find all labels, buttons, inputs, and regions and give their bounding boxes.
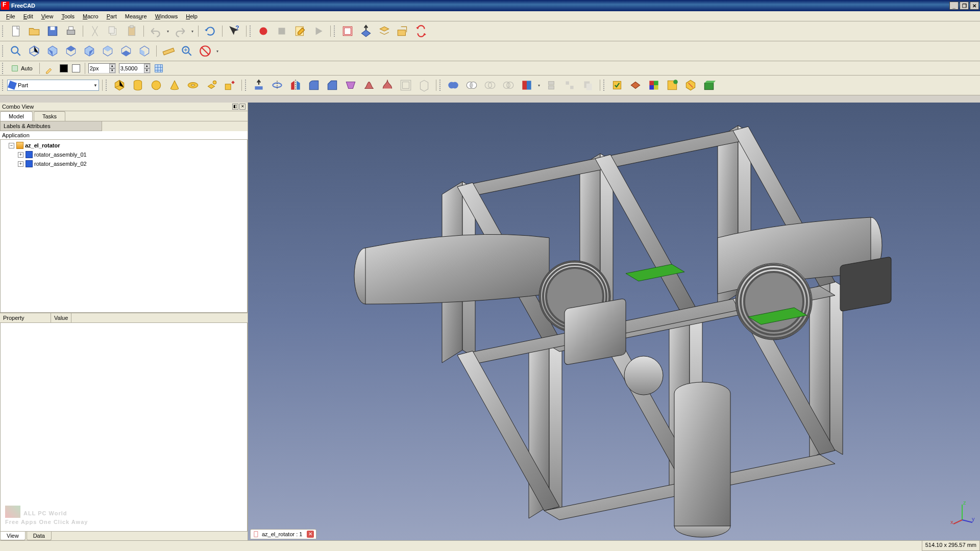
value-col-header[interactable]: Value bbox=[51, 313, 71, 322]
grid-snap-button[interactable] bbox=[152, 61, 166, 76]
labels-attributes-header[interactable]: Labels & Attributes bbox=[0, 121, 102, 131]
loft-button[interactable] bbox=[360, 77, 378, 94]
line-width-spinner[interactable]: ▲▼ bbox=[88, 63, 116, 73]
menu-file[interactable]: File bbox=[2, 12, 19, 20]
panel-float-button[interactable]: ◧ bbox=[232, 104, 238, 110]
property-grid[interactable] bbox=[0, 323, 248, 532]
panel-close-button[interactable]: ✕ bbox=[239, 104, 246, 110]
cut-button[interactable] bbox=[86, 22, 104, 40]
menu-help[interactable]: Help bbox=[182, 12, 202, 20]
view-top-button[interactable] bbox=[62, 42, 80, 60]
toolbar-grip[interactable] bbox=[2, 80, 5, 91]
check-geometry-button[interactable] bbox=[608, 77, 626, 94]
expand-toggle[interactable]: − bbox=[9, 143, 14, 148]
primitives-dialog-button[interactable] bbox=[203, 77, 220, 94]
measure-distance-button[interactable] bbox=[160, 42, 177, 60]
boolean-cut-button[interactable] bbox=[463, 77, 480, 94]
toolbar-grip[interactable] bbox=[250, 26, 253, 37]
offset-button[interactable] bbox=[397, 77, 414, 94]
save-button[interactable] bbox=[44, 22, 61, 40]
whats-this-button[interactable]: ? bbox=[226, 22, 243, 40]
expand-toggle[interactable]: + bbox=[18, 152, 23, 158]
menu-tools[interactable]: Tools bbox=[57, 12, 79, 20]
3d-viewport[interactable]: z x y az_el_rotator : 1 ✕ bbox=[248, 103, 980, 540]
primitive-cylinder-button[interactable] bbox=[129, 77, 146, 94]
toolbar-grip[interactable] bbox=[2, 45, 5, 57]
toolbar-grip[interactable] bbox=[2, 63, 5, 74]
sweep-button[interactable] bbox=[379, 77, 396, 94]
zoom-region-button[interactable] bbox=[178, 42, 195, 60]
toolbar-grip[interactable] bbox=[603, 80, 606, 91]
brush-value-spinner[interactable]: ▲▼ bbox=[119, 63, 151, 73]
drawstyle-dropdown[interactable] bbox=[215, 49, 220, 54]
toolbar-grip[interactable] bbox=[334, 26, 337, 37]
extrude-button[interactable] bbox=[250, 77, 267, 94]
toolbar-grip[interactable] bbox=[106, 80, 109, 91]
menu-view[interactable]: View bbox=[37, 12, 58, 20]
primitive-cube-button[interactable] bbox=[111, 77, 128, 94]
revolve-button[interactable] bbox=[268, 77, 286, 94]
menu-measure[interactable]: Measure bbox=[121, 12, 151, 20]
view-bottom-button[interactable] bbox=[117, 42, 135, 60]
reorient-button[interactable] bbox=[682, 77, 699, 94]
shape-builder-button[interactable] bbox=[221, 77, 238, 94]
chamfer-button[interactable] bbox=[324, 77, 341, 94]
primitive-torus-button[interactable] bbox=[184, 77, 202, 94]
cross-sections-button[interactable] bbox=[627, 77, 644, 94]
brush-value-input[interactable] bbox=[119, 64, 144, 73]
tree-item[interactable]: + rotator_assembly_02 bbox=[2, 159, 246, 168]
tab-tasks[interactable]: Tasks bbox=[34, 111, 65, 121]
macro-record-button[interactable] bbox=[255, 22, 272, 40]
fillet-button[interactable] bbox=[305, 77, 323, 94]
view-plane-button[interactable] bbox=[394, 22, 411, 40]
macro-play-button[interactable] bbox=[310, 22, 327, 40]
menu-part[interactable]: Part bbox=[103, 12, 121, 20]
menu-edit[interactable]: Edit bbox=[19, 12, 37, 20]
undo-button[interactable] bbox=[147, 22, 164, 40]
eyedropper-button[interactable] bbox=[43, 61, 57, 76]
copy-button[interactable] bbox=[105, 22, 122, 40]
macro-edit-button[interactable] bbox=[291, 22, 309, 40]
macro-stop-button[interactable] bbox=[273, 22, 290, 40]
tree-root-node[interactable]: − az_el_rotator bbox=[2, 141, 246, 150]
toolbar-grip[interactable] bbox=[439, 80, 443, 91]
primitive-cone-button[interactable] bbox=[166, 77, 183, 94]
mirror-button[interactable] bbox=[287, 77, 304, 94]
view-rear-button[interactable] bbox=[99, 42, 116, 60]
boolean-section-button[interactable] bbox=[500, 77, 517, 94]
property-col-header[interactable]: Property bbox=[0, 313, 51, 322]
explode-compound-button[interactable] bbox=[561, 77, 578, 94]
document-tab[interactable]: az_el_rotator : 1 ✕ bbox=[250, 529, 316, 539]
sync-button[interactable] bbox=[412, 22, 430, 40]
redo-button[interactable] bbox=[172, 22, 189, 40]
auto-mode-button[interactable]: Auto bbox=[7, 63, 36, 74]
paste-button[interactable] bbox=[123, 22, 140, 40]
foreground-color-swatch[interactable] bbox=[58, 61, 69, 76]
zoom-fit-button[interactable] bbox=[7, 42, 24, 60]
restore-button[interactable]: ❐ bbox=[960, 2, 969, 10]
close-tab-button[interactable]: ✕ bbox=[307, 531, 314, 538]
expand-toggle[interactable]: + bbox=[18, 161, 23, 167]
close-button[interactable]: ✕ bbox=[970, 2, 979, 10]
tab-view[interactable]: View bbox=[0, 532, 26, 540]
view-iso-button[interactable] bbox=[26, 42, 43, 60]
layers-button[interactable] bbox=[376, 22, 393, 40]
view-left-button[interactable] bbox=[136, 42, 153, 60]
undo-history-dropdown[interactable] bbox=[165, 29, 170, 34]
appearance-dropdown[interactable] bbox=[536, 83, 542, 88]
toolbar-grip[interactable] bbox=[2, 26, 5, 37]
convert-to-solid-button[interactable] bbox=[700, 77, 718, 94]
compound-button[interactable] bbox=[543, 77, 560, 94]
shape-copy-button[interactable] bbox=[579, 77, 597, 94]
redo-history-dropdown[interactable] bbox=[190, 29, 195, 34]
model-tree[interactable]: − az_el_rotator + rotator_assembly_01 + … bbox=[0, 139, 248, 313]
tab-model[interactable]: Model bbox=[0, 111, 33, 121]
refresh-button[interactable] bbox=[202, 22, 219, 40]
background-color-swatch[interactable] bbox=[70, 61, 82, 76]
menu-macro[interactable]: Macro bbox=[79, 12, 103, 20]
part-design-button[interactable] bbox=[664, 77, 681, 94]
thickness-button[interactable] bbox=[415, 77, 433, 94]
open-button[interactable] bbox=[26, 22, 43, 40]
tree-item[interactable]: + rotator_assembly_01 bbox=[2, 150, 246, 159]
print-button[interactable] bbox=[62, 22, 80, 40]
